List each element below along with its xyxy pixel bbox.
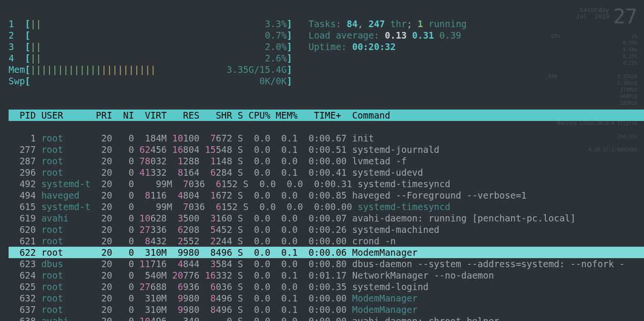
process-row[interactable]: 638 avahi 20 0 10496 340 0 S 0.0 0.0 0:0… — [9, 315, 644, 321]
process-row[interactable]: 637 root 20 0 310M 9980 8496 S 0.0 0.1 0… — [9, 304, 644, 315]
process-row[interactable]: 492 systemd-t 20 0 99M 7036 6152 S 0.0 0… — [9, 178, 644, 190]
process-row[interactable]: 621 root 20 0 8432 2552 2244 S 0.0 0.0 0… — [9, 235, 644, 247]
conky-weekday: Saturday — [576, 7, 609, 13]
process-row[interactable]: 623 dbus 20 0 11716 4844 3584 S 0.0 0.0 … — [9, 258, 644, 270]
process-row[interactable]: 287 root 20 0 78032 1288 1148 S 0.0 0.0 … — [9, 155, 644, 167]
process-list[interactable]: 1 root 20 0 184M 10100 7672 S 0.0 0.1 0:… — [9, 132, 644, 321]
process-row[interactable]: 622 root 20 0 310M 9980 8496 S 0.0 0.1 0… — [9, 247, 644, 258]
conky-daynum: 27 — [613, 7, 637, 27]
process-row[interactable]: 619 avahi 20 0 10628 3500 3160 S 0.0 0.0… — [9, 212, 644, 224]
process-row[interactable]: 624 root 20 0 540M 20776 16332 S 0.0 0.1… — [9, 270, 644, 281]
process-row[interactable]: 615 systemd-t 20 0 99M 7036 6152 S 0.0 0… — [9, 201, 644, 212]
conky-month: Jul — [576, 13, 587, 20]
process-row[interactable]: 632 root 20 0 310M 9980 8496 S 0.0 0.1 0… — [9, 292, 644, 304]
process-row[interactable]: 494 haveged 20 0 8116 4804 1672 S 0.0 0.… — [9, 190, 644, 201]
process-row[interactable]: 296 root 20 0 41332 8164 6284 S 0.0 0.1 … — [9, 167, 644, 178]
conky-widget: SaturdayJul 201927 CPU 2% 0.50% 0.50% 0.… — [542, 7, 637, 153]
conky-year: 2019 — [594, 13, 609, 20]
process-row[interactable]: 625 root 20 0 27688 6936 6036 S 0.0 0.0 … — [9, 281, 644, 292]
process-row[interactable]: 620 root 20 0 27336 6208 5452 S 0.0 0.0 … — [9, 224, 644, 235]
